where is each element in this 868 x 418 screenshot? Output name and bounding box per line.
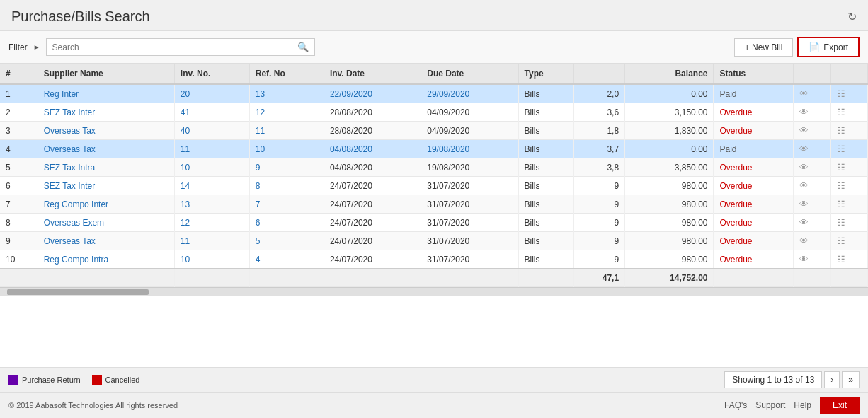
cell-supplier[interactable]: Overseas Exem xyxy=(38,214,174,232)
export-button[interactable]: 📄 Export xyxy=(797,37,860,57)
view-icon[interactable]: 👁 xyxy=(799,217,809,228)
menu-icon[interactable]: ☷ xyxy=(837,254,845,265)
cell-inv-no[interactable]: 11 xyxy=(174,232,249,250)
view-icon[interactable]: 👁 xyxy=(799,162,809,173)
view-icon[interactable]: 👁 xyxy=(799,125,809,136)
cell-inv-no[interactable]: 13 xyxy=(174,195,249,214)
cell-due-date: 29/09/2020 xyxy=(421,84,518,103)
cell-inv-no[interactable]: 41 xyxy=(174,103,249,122)
cell-ref-no[interactable]: 11 xyxy=(249,122,324,140)
new-bill-button[interactable]: + New Bill xyxy=(734,38,794,57)
menu-icon[interactable]: ☷ xyxy=(837,217,845,228)
cell-menu[interactable]: ☷ xyxy=(831,158,868,177)
menu-icon[interactable]: ☷ xyxy=(837,180,845,191)
footer: Purchase Return Cancelled Showing 1 to 1… xyxy=(0,367,868,392)
table-container: # Supplier Name Inv. No. Ref. No Inv. Da… xyxy=(0,64,868,367)
total-empty-9 xyxy=(793,269,830,287)
cell-view[interactable]: 👁 xyxy=(793,158,830,177)
cell-view[interactable]: 👁 xyxy=(793,214,830,232)
cell-ref-no[interactable]: 6 xyxy=(249,214,324,232)
menu-icon[interactable]: ☷ xyxy=(837,162,845,173)
menu-icon[interactable]: ☷ xyxy=(837,125,845,136)
cell-inv-no[interactable]: 10 xyxy=(174,158,249,177)
cell-ref-no[interactable]: 13 xyxy=(249,84,324,103)
view-icon[interactable]: 👁 xyxy=(799,199,809,209)
cell-balance: 980.00 xyxy=(625,195,714,214)
cell-view[interactable]: 👁 xyxy=(793,195,830,214)
filter-arrow[interactable]: ► xyxy=(33,43,40,51)
view-icon[interactable]: 👁 xyxy=(799,144,809,154)
cell-menu[interactable]: ☷ xyxy=(831,84,868,103)
cell-due-date: 04/09/2020 xyxy=(421,122,518,140)
cell-supplier[interactable]: Reg Compo Intra xyxy=(38,250,174,269)
cell-inv-no[interactable]: 40 xyxy=(174,122,249,140)
cell-num: 10 xyxy=(0,250,38,269)
cell-ref-no[interactable]: 5 xyxy=(249,232,324,250)
cell-inv-no[interactable]: 14 xyxy=(174,177,249,195)
faq-link[interactable]: FAQ's xyxy=(724,400,747,410)
refresh-icon[interactable]: ↻ xyxy=(847,10,857,23)
total-empty-7 xyxy=(518,269,574,287)
cell-status: Overdue xyxy=(714,232,793,250)
next-page-button[interactable]: › xyxy=(824,371,840,388)
cell-menu[interactable]: ☷ xyxy=(831,103,868,122)
menu-icon[interactable]: ☷ xyxy=(837,199,845,209)
cell-inv-no[interactable]: 10 xyxy=(174,250,249,269)
cell-menu[interactable]: ☷ xyxy=(831,122,868,140)
view-icon[interactable]: 👁 xyxy=(799,236,809,246)
cell-menu[interactable]: ☷ xyxy=(831,250,868,269)
menu-icon[interactable]: ☷ xyxy=(837,107,845,117)
cell-inv-no[interactable]: 12 xyxy=(174,214,249,232)
filter-label: Filter xyxy=(8,42,28,52)
cell-supplier[interactable]: SEZ Tax Inter xyxy=(38,177,174,195)
search-input[interactable] xyxy=(52,42,293,52)
cell-view[interactable]: 👁 xyxy=(793,232,830,250)
support-link[interactable]: Support xyxy=(755,400,785,410)
menu-icon[interactable]: ☷ xyxy=(837,236,845,246)
cell-view[interactable]: 👁 xyxy=(793,122,830,140)
cell-ref-no[interactable]: 8 xyxy=(249,177,324,195)
cell-inv-no[interactable]: 20 xyxy=(174,84,249,103)
cell-menu[interactable]: ☷ xyxy=(831,140,868,158)
cell-view[interactable]: 👁 xyxy=(793,177,830,195)
last-page-button[interactable]: » xyxy=(842,371,860,388)
cell-ref-no[interactable]: 10 xyxy=(249,140,324,158)
cell-menu[interactable]: ☷ xyxy=(831,232,868,250)
cell-status: Overdue xyxy=(714,250,793,269)
cell-view[interactable]: 👁 xyxy=(793,250,830,269)
scrollbar-thumb[interactable] xyxy=(7,289,149,295)
cell-view[interactable]: 👁 xyxy=(793,103,830,122)
horizontal-scrollbar[interactable] xyxy=(0,287,868,296)
cell-type: Bills xyxy=(518,84,574,103)
cell-supplier[interactable]: Overseas Tax xyxy=(38,232,174,250)
cell-type: Bills xyxy=(518,250,574,269)
view-icon[interactable]: 👁 xyxy=(799,107,809,117)
cell-supplier[interactable]: Overseas Tax xyxy=(38,122,174,140)
cell-menu[interactable]: ☷ xyxy=(831,177,868,195)
legend-purchase-return-label: Purchase Return xyxy=(22,376,81,384)
exit-button[interactable]: Exit xyxy=(820,397,860,414)
menu-icon[interactable]: ☷ xyxy=(837,144,845,154)
view-icon[interactable]: 👁 xyxy=(799,88,809,99)
view-icon[interactable]: 👁 xyxy=(799,254,809,265)
cell-supplier[interactable]: Overseas Tax xyxy=(38,140,174,158)
cell-type: Bills xyxy=(518,232,574,250)
menu-icon[interactable]: ☷ xyxy=(837,88,845,99)
cell-ref-no[interactable]: 7 xyxy=(249,195,324,214)
cell-supplier[interactable]: Reg Inter xyxy=(38,84,174,103)
cell-ref-no[interactable]: 4 xyxy=(249,250,324,269)
cell-menu[interactable]: ☷ xyxy=(831,214,868,232)
cell-ref-no[interactable]: 12 xyxy=(249,103,324,122)
cell-ref-no[interactable]: 9 xyxy=(249,158,324,177)
help-link[interactable]: Help xyxy=(794,400,811,410)
cell-menu[interactable]: ☷ xyxy=(831,195,868,214)
search-icon[interactable]: 🔍 xyxy=(297,42,309,52)
view-icon[interactable]: 👁 xyxy=(799,180,809,191)
cell-supplier[interactable]: SEZ Tax Intra xyxy=(38,158,174,177)
legend-cancelled: Cancelled xyxy=(92,375,140,385)
cell-view[interactable]: 👁 xyxy=(793,140,830,158)
cell-inv-no[interactable]: 11 xyxy=(174,140,249,158)
cell-view[interactable]: 👁 xyxy=(793,84,830,103)
cell-supplier[interactable]: SEZ Tax Inter xyxy=(38,103,174,122)
cell-supplier[interactable]: Reg Compo Inter xyxy=(38,195,174,214)
